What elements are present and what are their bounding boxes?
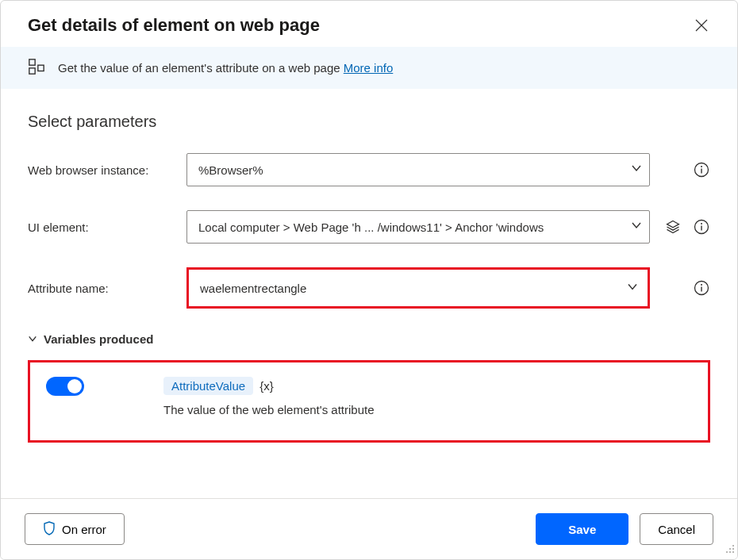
svg-point-13 (729, 548, 731, 550)
svg-point-14 (732, 548, 734, 550)
ui-element-label: UI element: (28, 221, 179, 234)
cancel-button[interactable]: Cancel (640, 513, 713, 545)
attribute-label: Attribute name: (28, 282, 179, 295)
variable-toggle[interactable] (46, 377, 84, 396)
ui-element-select[interactable]: Local computer > Web Page 'h ... /window… (186, 210, 650, 244)
param-row-ui-element: UI element: Local computer > Web Page 'h… (28, 210, 710, 244)
svg-point-7 (701, 223, 702, 224)
attribute-select[interactable]: waelementrectangle (186, 267, 650, 309)
layers-icon[interactable] (664, 218, 682, 236)
svg-rect-0 (29, 59, 35, 65)
variable-name[interactable]: AttributeValue (163, 377, 253, 395)
svg-point-12 (732, 545, 734, 547)
info-icon[interactable] (693, 279, 710, 297)
resize-grip-icon[interactable] (725, 543, 735, 557)
svg-point-17 (732, 551, 734, 553)
info-icon[interactable] (693, 161, 710, 178)
more-info-link[interactable]: More info (344, 61, 394, 75)
variable-description: The value of the web element's attribute (163, 403, 692, 416)
shield-icon (43, 521, 56, 538)
dialog-header: Get details of element on web page (1, 1, 737, 47)
dialog-body: Select parameters Web browser instance: … (1, 89, 737, 451)
section-select-parameters: Select parameters (28, 113, 710, 131)
variables-produced-toggle[interactable]: Variables produced (28, 332, 710, 346)
browser-label: Web browser instance: (28, 163, 179, 177)
svg-point-16 (729, 551, 731, 553)
close-icon[interactable] (693, 17, 710, 34)
save-button[interactable]: Save (536, 513, 628, 545)
info-text: Get the value of an element's attribute … (58, 61, 393, 75)
dialog-title: Get details of element on web page (28, 15, 320, 36)
svg-rect-8 (701, 226, 701, 231)
svg-point-15 (726, 551, 728, 553)
browser-select[interactable]: %Browser% (186, 153, 650, 186)
dialog-footer: On error Save Cancel (1, 498, 737, 559)
info-icon[interactable] (693, 218, 710, 236)
param-row-attribute: Attribute name: waelementrectangle (28, 267, 710, 309)
svg-rect-2 (38, 65, 44, 71)
info-bar: Get the value of an element's attribute … (1, 47, 737, 89)
svg-rect-11 (701, 287, 701, 292)
variable-brace: {x} (259, 379, 274, 393)
svg-point-10 (701, 284, 702, 286)
chevron-down-icon (28, 332, 37, 346)
svg-rect-5 (701, 169, 701, 174)
variables-box: AttributeValue {x} The value of the web … (28, 360, 710, 443)
layout-icon (28, 58, 45, 78)
chevron-down-icon (627, 282, 638, 295)
on-error-button[interactable]: On error (25, 513, 125, 545)
param-row-browser: Web browser instance: %Browser% (28, 153, 710, 186)
svg-rect-1 (29, 68, 35, 74)
svg-point-4 (701, 166, 702, 167)
